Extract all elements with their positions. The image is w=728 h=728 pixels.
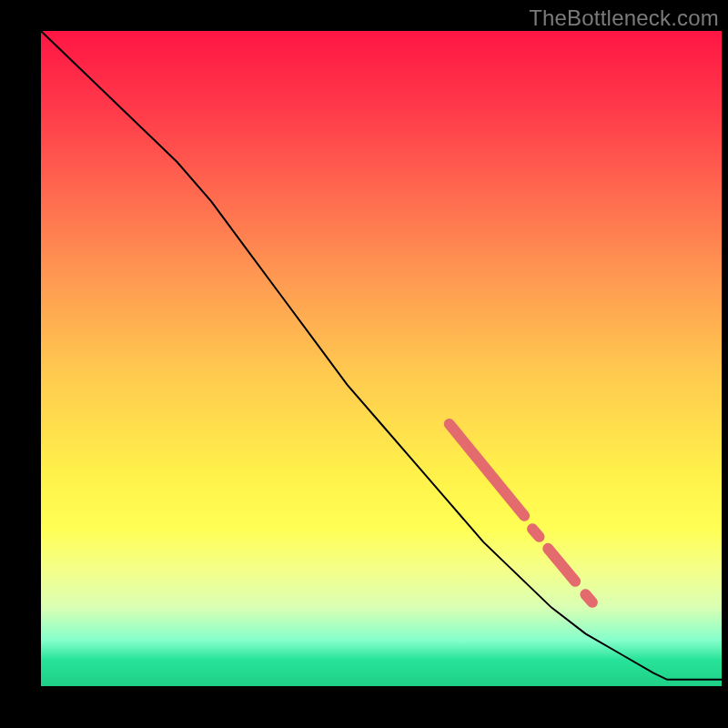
watermark-text: TheBottleneck.com [529, 5, 719, 31]
plot-gradient-bg [41, 31, 722, 686]
chart-frame: TheBottleneck.com [0, 0, 728, 728]
